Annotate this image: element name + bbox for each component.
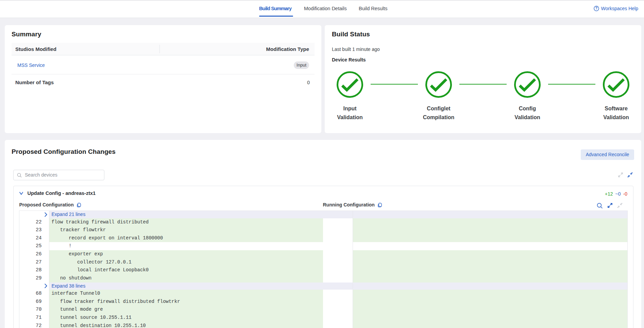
svg-text:?: ? [595, 6, 597, 10]
